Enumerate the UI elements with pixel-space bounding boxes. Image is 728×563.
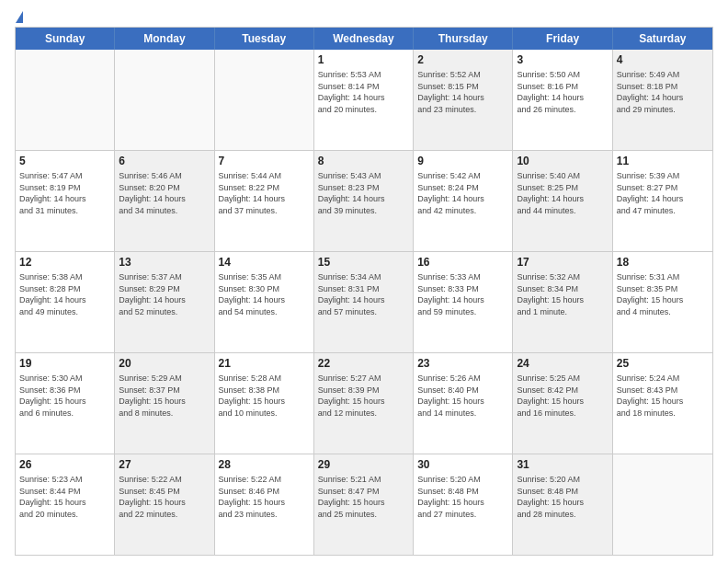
cell-info: Sunrise: 5:21 AM Sunset: 8:47 PM Dayligh…: [318, 474, 409, 520]
calendar-cell-empty-0-0: [16, 50, 115, 150]
calendar-cell-27: 27Sunrise: 5:22 AM Sunset: 8:45 PM Dayli…: [115, 454, 214, 555]
header-day-wednesday: Wednesday: [314, 28, 414, 50]
calendar-cell-10: 10Sunrise: 5:40 AM Sunset: 8:25 PM Dayli…: [513, 151, 612, 251]
header: [15, 11, 713, 21]
calendar-row-2: 12Sunrise: 5:38 AM Sunset: 8:28 PM Dayli…: [16, 251, 712, 352]
day-number: 20: [119, 356, 210, 371]
cell-info: Sunrise: 5:53 AM Sunset: 8:14 PM Dayligh…: [318, 69, 409, 115]
calendar-cell-30: 30Sunrise: 5:20 AM Sunset: 8:48 PM Dayli…: [414, 454, 513, 555]
calendar-cell-empty-0-1: [115, 50, 214, 150]
calendar-cell-5: 5Sunrise: 5:47 AM Sunset: 8:19 PM Daylig…: [16, 151, 115, 251]
cell-info: Sunrise: 5:26 AM Sunset: 8:40 PM Dayligh…: [417, 373, 508, 419]
calendar-cell-1: 1Sunrise: 5:53 AM Sunset: 8:14 PM Daylig…: [314, 50, 414, 150]
calendar-cell-20: 20Sunrise: 5:29 AM Sunset: 8:37 PM Dayli…: [115, 353, 214, 454]
calendar-cell-empty-0-2: [215, 50, 314, 150]
day-number: 2: [417, 52, 508, 67]
cell-info: Sunrise: 5:40 AM Sunset: 8:25 PM Dayligh…: [517, 170, 608, 216]
header-day-tuesday: Tuesday: [215, 28, 314, 50]
day-number: 15: [318, 255, 409, 270]
cell-info: Sunrise: 5:52 AM Sunset: 8:15 PM Dayligh…: [417, 69, 508, 115]
calendar-cell-3: 3Sunrise: 5:50 AM Sunset: 8:16 PM Daylig…: [513, 50, 612, 150]
day-number: 22: [318, 356, 409, 371]
header-day-thursday: Thursday: [414, 28, 513, 50]
calendar-cell-24: 24Sunrise: 5:25 AM Sunset: 8:42 PM Dayli…: [513, 353, 612, 454]
cell-info: Sunrise: 5:47 AM Sunset: 8:19 PM Dayligh…: [19, 170, 110, 216]
calendar-cell-28: 28Sunrise: 5:22 AM Sunset: 8:46 PM Dayli…: [215, 454, 314, 555]
cell-info: Sunrise: 5:34 AM Sunset: 8:31 PM Dayligh…: [318, 271, 409, 317]
page: SundayMondayTuesdayWednesdayThursdayFrid…: [0, 0, 728, 563]
calendar-cell-7: 7Sunrise: 5:44 AM Sunset: 8:22 PM Daylig…: [215, 151, 314, 251]
cell-info: Sunrise: 5:38 AM Sunset: 8:28 PM Dayligh…: [19, 271, 110, 317]
day-number: 19: [19, 356, 110, 371]
cell-info: Sunrise: 5:30 AM Sunset: 8:36 PM Dayligh…: [19, 373, 110, 419]
header-day-friday: Friday: [513, 28, 612, 50]
cell-info: Sunrise: 5:37 AM Sunset: 8:29 PM Dayligh…: [119, 271, 210, 317]
day-number: 31: [517, 457, 608, 472]
calendar-cell-19: 19Sunrise: 5:30 AM Sunset: 8:36 PM Dayli…: [16, 353, 115, 454]
calendar-row-0: 1Sunrise: 5:53 AM Sunset: 8:14 PM Daylig…: [16, 50, 712, 150]
calendar-cell-25: 25Sunrise: 5:24 AM Sunset: 8:43 PM Dayli…: [613, 353, 712, 454]
cell-info: Sunrise: 5:24 AM Sunset: 8:43 PM Dayligh…: [617, 373, 709, 419]
calendar-cell-26: 26Sunrise: 5:23 AM Sunset: 8:44 PM Dayli…: [16, 454, 115, 555]
day-number: 9: [417, 154, 508, 168]
calendar-cell-9: 9Sunrise: 5:42 AM Sunset: 8:24 PM Daylig…: [414, 151, 513, 251]
day-number: 8: [318, 154, 409, 168]
cell-info: Sunrise: 5:32 AM Sunset: 8:34 PM Dayligh…: [517, 271, 608, 317]
cell-info: Sunrise: 5:27 AM Sunset: 8:39 PM Dayligh…: [318, 373, 409, 419]
calendar-cell-4: 4Sunrise: 5:49 AM Sunset: 8:18 PM Daylig…: [613, 50, 712, 150]
day-number: 10: [517, 154, 608, 168]
calendar-cell-29: 29Sunrise: 5:21 AM Sunset: 8:47 PM Dayli…: [314, 454, 414, 555]
calendar-cell-11: 11Sunrise: 5:39 AM Sunset: 8:27 PM Dayli…: [613, 151, 712, 251]
cell-info: Sunrise: 5:50 AM Sunset: 8:16 PM Dayligh…: [517, 69, 608, 115]
cell-info: Sunrise: 5:23 AM Sunset: 8:44 PM Dayligh…: [19, 474, 110, 520]
calendar-cell-18: 18Sunrise: 5:31 AM Sunset: 8:35 PM Dayli…: [613, 252, 712, 352]
calendar-cell-empty-4-6: [613, 454, 712, 555]
day-number: 13: [119, 255, 210, 270]
calendar-cell-15: 15Sunrise: 5:34 AM Sunset: 8:31 PM Dayli…: [314, 252, 414, 352]
cell-info: Sunrise: 5:49 AM Sunset: 8:18 PM Dayligh…: [617, 69, 709, 115]
day-number: 1: [318, 52, 409, 67]
cell-info: Sunrise: 5:42 AM Sunset: 8:24 PM Dayligh…: [417, 170, 508, 216]
day-number: 30: [417, 457, 508, 472]
day-number: 21: [219, 356, 310, 371]
logo-triangle-icon: [16, 11, 23, 23]
cell-info: Sunrise: 5:39 AM Sunset: 8:27 PM Dayligh…: [617, 170, 709, 216]
day-number: 23: [417, 356, 508, 371]
day-number: 25: [617, 356, 709, 371]
cell-info: Sunrise: 5:31 AM Sunset: 8:35 PM Dayligh…: [617, 271, 709, 317]
calendar-cell-23: 23Sunrise: 5:26 AM Sunset: 8:40 PM Dayli…: [414, 353, 513, 454]
calendar-cell-8: 8Sunrise: 5:43 AM Sunset: 8:23 PM Daylig…: [314, 151, 414, 251]
calendar-cell-31: 31Sunrise: 5:20 AM Sunset: 8:48 PM Dayli…: [513, 454, 612, 555]
cell-info: Sunrise: 5:43 AM Sunset: 8:23 PM Dayligh…: [318, 170, 409, 216]
cell-info: Sunrise: 5:35 AM Sunset: 8:30 PM Dayligh…: [219, 271, 310, 317]
cell-info: Sunrise: 5:29 AM Sunset: 8:37 PM Dayligh…: [119, 373, 210, 419]
calendar-row-1: 5Sunrise: 5:47 AM Sunset: 8:19 PM Daylig…: [16, 150, 712, 251]
day-number: 26: [19, 457, 110, 472]
calendar: SundayMondayTuesdayWednesdayThursdayFrid…: [15, 27, 713, 556]
cell-info: Sunrise: 5:44 AM Sunset: 8:22 PM Dayligh…: [219, 170, 310, 216]
calendar-cell-16: 16Sunrise: 5:33 AM Sunset: 8:33 PM Dayli…: [414, 252, 513, 352]
day-number: 5: [19, 154, 110, 168]
cell-info: Sunrise: 5:22 AM Sunset: 8:45 PM Dayligh…: [119, 474, 210, 520]
cell-info: Sunrise: 5:46 AM Sunset: 8:20 PM Dayligh…: [119, 170, 210, 216]
calendar-row-3: 19Sunrise: 5:30 AM Sunset: 8:36 PM Dayli…: [16, 352, 712, 454]
day-number: 11: [617, 154, 709, 168]
header-day-sunday: Sunday: [16, 28, 115, 50]
day-number: 7: [219, 154, 310, 168]
cell-info: Sunrise: 5:20 AM Sunset: 8:48 PM Dayligh…: [517, 474, 608, 520]
calendar-cell-2: 2Sunrise: 5:52 AM Sunset: 8:15 PM Daylig…: [414, 50, 513, 150]
day-number: 27: [119, 457, 210, 472]
day-number: 18: [617, 255, 709, 270]
day-number: 3: [517, 52, 608, 67]
calendar-cell-14: 14Sunrise: 5:35 AM Sunset: 8:30 PM Dayli…: [215, 252, 314, 352]
calendar-cell-22: 22Sunrise: 5:27 AM Sunset: 8:39 PM Dayli…: [314, 353, 414, 454]
logo: [15, 11, 23, 21]
calendar-cell-12: 12Sunrise: 5:38 AM Sunset: 8:28 PM Dayli…: [16, 252, 115, 352]
header-day-monday: Monday: [115, 28, 214, 50]
day-number: 29: [318, 457, 409, 472]
day-number: 14: [219, 255, 310, 270]
day-number: 4: [617, 52, 709, 67]
calendar-body: 1Sunrise: 5:53 AM Sunset: 8:14 PM Daylig…: [16, 50, 712, 555]
cell-info: Sunrise: 5:25 AM Sunset: 8:42 PM Dayligh…: [517, 373, 608, 419]
calendar-cell-6: 6Sunrise: 5:46 AM Sunset: 8:20 PM Daylig…: [115, 151, 214, 251]
